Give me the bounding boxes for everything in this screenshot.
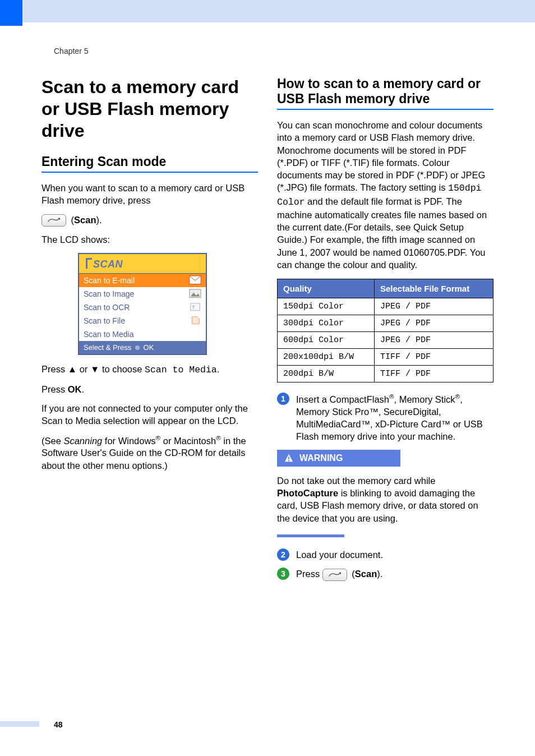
text: Press [296, 569, 322, 579]
text: You can scan monochrome and colour docum… [277, 120, 485, 192]
section-title: Scan to a memory card or USB Flash memor… [41, 76, 258, 142]
scan-label: Scan [355, 569, 377, 579]
lcd-item-label: Scan to OCR [84, 303, 130, 312]
ok-label: OK [68, 384, 82, 394]
scan-physical-button-icon [41, 214, 66, 227]
text: or Macintosh [160, 435, 216, 445]
page: Chapter 5 Scan to a memory card or USB F… [0, 0, 535, 756]
image-icon [189, 289, 201, 299]
subheading-entering-scan-mode: Entering Scan mode [41, 154, 258, 169]
text: or [77, 364, 90, 374]
lcd-footer-a: Select & Press [84, 343, 131, 352]
text: for Windows [102, 435, 155, 445]
warning-end-rule [277, 534, 344, 537]
registered-icon: ® [455, 393, 460, 400]
text: Do not take out the memory card while [277, 476, 435, 486]
footer-stripe [0, 721, 39, 727]
page-number: 48 [54, 720, 63, 729]
lcd-item-label: Scan to Image [84, 289, 134, 298]
text: ). [377, 569, 382, 579]
svg-rect-4 [288, 457, 289, 459]
text: and the default file format is PDF. The … [277, 196, 487, 270]
table-cell: TIFF / PDF [374, 349, 493, 366]
table-row: 200dpi B/WTIFF / PDF [278, 366, 494, 382]
table-cell: TIFF / PDF [374, 366, 493, 382]
step-3: 3 Press (Scan). [277, 568, 494, 581]
chapter-tab [0, 0, 22, 26]
down-arrow-icon: ▼ [90, 364, 99, 374]
scan-glyph-icon [328, 571, 342, 579]
table-cell: 200x100dpi B/W [278, 349, 375, 366]
text: Press [41, 364, 68, 374]
svg-rect-5 [288, 460, 289, 461]
lcd-item: Scan to Image [79, 287, 206, 301]
code-text: Scan to Media [145, 365, 217, 375]
scan-physical-button-icon [322, 569, 347, 581]
bold-text: PhotoCapture [277, 488, 338, 498]
table-cell: 200dpi B/W [278, 366, 375, 382]
step-1: 1 Insert a CompactFlash®, Memory Stick®,… [277, 393, 494, 443]
heading-rule [277, 109, 494, 110]
quality-table: Quality Selectable File Format 150dpi Co… [277, 279, 494, 382]
text: Insert a CompactFlash [296, 394, 389, 404]
heading-rule [41, 172, 258, 173]
step-number-icon: 1 [277, 393, 289, 405]
registered-icon: ® [156, 435, 161, 441]
italic-text: Scanning [63, 435, 102, 445]
scan-glyph-icon [47, 216, 61, 224]
lcd-selected-label: Scan to E-mail [84, 276, 135, 285]
step-2: 2 Load your document. [277, 548, 494, 561]
table-row: 300dpi ColorJPEG / PDF [278, 315, 494, 332]
content-columns: Scan to a memory card or USB Flash memor… [41, 76, 494, 588]
table-cell: 300dpi Color [278, 315, 375, 332]
step-number-icon: 3 [277, 568, 289, 580]
ocr-icon: T [189, 302, 201, 312]
warning-label: WARNING [299, 453, 343, 463]
table-row: 600dpi ColorJPEG / PDF [278, 332, 494, 349]
lcd-footer-b: OK [144, 343, 154, 352]
table-cell: JPEG / PDF [374, 315, 493, 332]
paragraph: (See Scanning for Windows® or Macintosh®… [41, 434, 258, 472]
table-header: Selectable File Format [374, 279, 493, 298]
subheading-how-to-scan: How to scan to a memory card or USB Flas… [277, 76, 494, 107]
paragraph: Press ▲ or ▼ to choose Scan to Media. [41, 363, 258, 376]
warning-header: WARNING [277, 450, 400, 467]
step-text: Insert a CompactFlash®, Memory Stick®, M… [296, 393, 494, 443]
file-icon [189, 316, 201, 326]
scan-label: Scan [74, 215, 96, 225]
text: to choose [99, 364, 145, 374]
table-cell: 600dpi Color [278, 332, 375, 349]
step-text: Press (Scan). [296, 568, 494, 581]
up-arrow-icon: ▲ [68, 364, 77, 374]
ok-dot-icon [135, 345, 140, 350]
lcd-item-label: Scan to File [84, 316, 125, 325]
envelope-icon [189, 275, 201, 285]
left-column: Scan to a memory card or USB Flash memor… [41, 76, 258, 588]
table-row: 200x100dpi B/WTIFF / PDF [278, 349, 494, 366]
lcd-item: Scan to OCR T [79, 301, 206, 314]
text: Press [41, 384, 68, 394]
right-column: How to scan to a memory card or USB Flas… [277, 76, 494, 588]
paragraph: When you want to scan to a memory card o… [41, 182, 258, 207]
media-icon [189, 329, 201, 339]
svg-text:T: T [192, 305, 195, 310]
text: (See [41, 435, 63, 445]
table-header: Quality [278, 279, 375, 298]
scan-button-line: (Scan). [41, 214, 258, 227]
header-band [0, 0, 535, 22]
paragraph: You can scan monochrome and colour docum… [277, 119, 494, 271]
step-number-icon: 2 [277, 548, 289, 561]
lcd-item: Scan to Media [79, 328, 206, 341]
table-cell: JPEG / PDF [374, 332, 493, 349]
table-row: 150dpi ColorJPEG / PDF [278, 298, 494, 315]
lcd-item-label: Scan to Media [84, 330, 134, 339]
lcd-screen: SCAN Scan to E-mail Scan to Image Scan t… [78, 253, 207, 355]
table-cell: JPEG / PDF [374, 298, 493, 315]
chapter-label: Chapter 5 [54, 47, 88, 56]
step-text: Load your document. [296, 548, 494, 561]
paragraph: If you are not connected to your compute… [41, 402, 258, 427]
registered-icon: ® [216, 435, 221, 441]
lcd-title: SCAN [79, 254, 206, 274]
warning-icon [284, 453, 294, 463]
registered-icon: ® [389, 393, 394, 400]
